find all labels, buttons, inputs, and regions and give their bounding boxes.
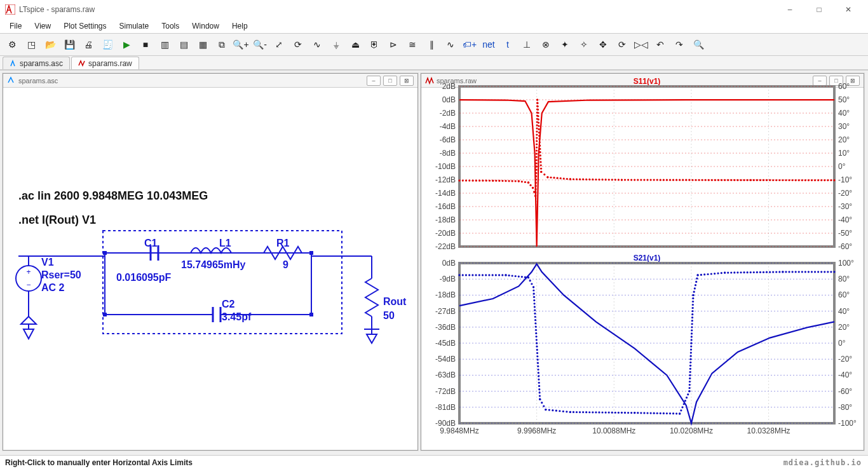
marker-left-button[interactable]: ✦ [557,36,573,53]
diode-button[interactable]: ⊳ [385,36,402,53]
menu-window[interactable]: Window [186,20,225,32]
add-net-button[interactable]: 🏷+ [461,36,478,53]
net-button[interactable]: net [480,36,497,53]
svg-point-101 [536,146,538,148]
svg-point-396 [691,316,693,318]
svg-point-131 [539,145,541,147]
menu-simulate[interactable]: Simulate [114,20,155,32]
svg-point-290 [534,319,536,321]
svg-point-334 [588,411,590,413]
mirror-button[interactable]: ▷◁ [633,36,649,53]
zoom-fit-button[interactable]: ⤢ [271,36,287,53]
svg-point-146 [556,177,558,179]
ground-button[interactable]: ⏏ [347,36,363,53]
y-left-tick: -22dB [435,242,456,251]
svg-point-210 [753,179,755,181]
doctab-sparams-asc[interactable]: sparams.asc [3,57,70,69]
svg-point-379 [689,368,691,370]
capacitor-button[interactable]: ∥ [423,36,440,53]
menu-file[interactable]: File [4,20,27,32]
svg-point-56 [462,179,464,181]
svg-point-229 [814,179,816,181]
svg-point-199 [721,179,722,181]
svg-point-161 [601,179,603,180]
svg-point-104 [536,137,538,139]
close-button[interactable]: ✕ [834,0,863,19]
new-symbol-button[interactable]: ◳ [23,36,39,53]
minimize-button[interactable]: – [775,0,804,19]
shield-button[interactable]: ⛨ [366,36,383,53]
svg-point-262 [488,274,490,276]
y-left-tick: -9dB [440,275,456,283]
child-min-button[interactable]: – [367,76,381,86]
svg-point-397 [691,313,693,315]
maximize-button[interactable]: □ [804,0,834,19]
pin-close-button[interactable]: ⊗ [538,36,554,53]
svg-point-152 [573,178,574,180]
svg-point-357 [660,412,661,414]
svg-point-373 [689,387,691,389]
svg-point-380 [689,365,691,367]
svg-point-314 [539,395,541,397]
svg-point-414 [707,273,709,275]
window-tile-button[interactable]: ▥ [156,36,173,53]
c1-value-label: 0.016095pF [116,272,171,283]
child-max-button[interactable]: □ [383,76,397,86]
redo-button[interactable]: ↷ [671,36,688,53]
mdi-area: sparams.asc – □ ⊠ .ac lin 2600 9.9848MEG… [0,70,868,455]
log-button[interactable]: 🧾 [99,36,116,53]
ground-wire-button[interactable]: ⏚ [328,36,344,53]
svg-point-191 [695,179,696,181]
svg-point-223 [795,179,797,181]
status-bar: Right-Click to manually enter Horizontal… [0,455,868,469]
svg-point-182 [666,179,668,181]
svg-point-206 [743,179,745,181]
svg-point-234 [830,179,832,181]
search-button[interactable]: 🔍 [690,36,707,53]
halt-button[interactable]: ■ [137,36,154,53]
svg-point-124 [538,121,539,123]
zoom-in-button[interactable]: 🔍+ [233,36,249,53]
menu-tools[interactable]: Tools [156,20,185,32]
svg-point-170 [627,179,629,180]
print-button[interactable]: 🖨 [80,36,97,53]
svg-point-59 [471,180,473,182]
zoom-out-button[interactable]: 🔍- [252,36,268,53]
autorange-button[interactable]: ⟳ [290,36,306,53]
svg-point-147 [560,177,562,179]
inductor-button[interactable]: ∿ [442,36,459,53]
settings-button[interactable]: ⚙ [4,36,20,53]
rotate-button[interactable]: ⟳ [614,36,630,53]
menu-help[interactable]: Help [226,20,254,32]
menu-plot-settings[interactable]: Plot Settings [58,20,112,32]
schematic-canvas[interactable]: .ac lin 2600 9.9848MEG 10.043MEG .net I(… [3,88,417,450]
text-button[interactable]: t [499,36,516,53]
open-button[interactable]: 📂 [42,36,58,53]
svg-point-196 [711,179,713,181]
svg-point-310 [538,382,540,384]
marker-right-button[interactable]: ✧ [576,36,592,53]
windows-v-button[interactable]: ▦ [194,36,211,53]
svg-point-120 [537,109,539,111]
run-button[interactable]: ▶ [118,36,135,53]
resistor-button[interactable]: ≅ [404,36,421,53]
waveform-canvas[interactable]: S11(v1)2dB0dB-2dB-4dB-6dB-8dB-10dB-12dB-… [421,74,864,450]
y-right-tick: 20° [838,323,850,332]
svg-point-367 [683,403,685,405]
svg-point-93 [535,169,537,171]
pin-low-button[interactable]: ⊥ [519,36,535,53]
copy-button[interactable]: ⧉ [214,36,230,53]
sine-button[interactable]: ∿ [309,36,325,53]
svg-point-57 [465,179,467,181]
undo-button[interactable]: ↶ [652,36,668,53]
move-button[interactable]: ✥ [595,36,611,53]
save-button[interactable]: 💾 [61,36,78,53]
doctab-sparams-raw[interactable]: sparams.raw [71,57,139,69]
svg-point-200 [724,179,726,181]
svg-point-329 [573,411,574,413]
windows-h-button[interactable]: ▤ [175,36,192,53]
menu-view[interactable]: View [29,20,57,32]
child-close-button[interactable]: ⊠ [400,76,414,86]
y-left-tick: -18dB [435,215,456,224]
svg-point-306 [537,369,539,370]
